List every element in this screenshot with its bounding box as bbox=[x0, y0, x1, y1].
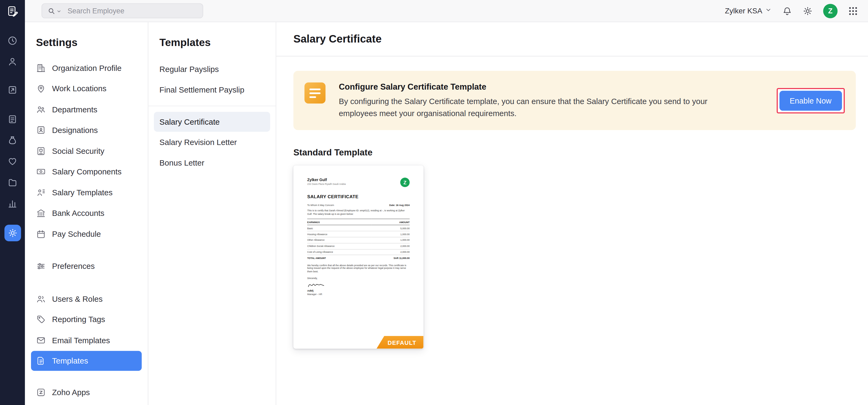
user-avatar[interactable]: Z bbox=[823, 3, 837, 18]
left-rail bbox=[0, 0, 25, 405]
settings-gear-icon[interactable] bbox=[4, 225, 21, 241]
main-body: Configure Salary Certificate Template By… bbox=[276, 57, 868, 348]
banner-title: Configure Salary Certificate Template bbox=[339, 82, 737, 91]
templates-title: Templates bbox=[159, 36, 276, 49]
sidebar-item-pay-schedule[interactable]: Pay Schedule bbox=[25, 224, 148, 245]
sidebar-item-email-templates[interactable]: Email Templates bbox=[25, 330, 148, 351]
doc-signer-title: Manager - HR bbox=[307, 293, 410, 295]
folder-icon[interactable] bbox=[6, 176, 19, 188]
search-scope-caret-icon[interactable] bbox=[55, 6, 62, 16]
certificate-note-icon bbox=[305, 83, 326, 103]
rail-nav bbox=[0, 22, 25, 241]
sidebar-item-salary-templates[interactable]: Salary Templates bbox=[25, 182, 148, 203]
org-name: Zylker KSA bbox=[725, 7, 762, 15]
zoho-icon bbox=[36, 387, 46, 398]
table-header-earnings: EARNINGS bbox=[307, 219, 372, 225]
calendar-icon bbox=[36, 229, 46, 239]
sidebar-item-work-locations[interactable]: Work Locations bbox=[25, 79, 148, 99]
doc-date: Date: 16 Aug 2024 bbox=[389, 204, 410, 206]
page-title: Salary Certificate bbox=[293, 33, 382, 45]
chevron-down-icon bbox=[765, 7, 772, 15]
doc-signer-name: Adkfj bbox=[307, 289, 410, 292]
sidebar-item-social-security[interactable]: Social Security bbox=[25, 141, 148, 162]
notifications-bell-icon[interactable] bbox=[782, 6, 792, 16]
topbar-right: Zylker KSA Z bbox=[725, 3, 868, 18]
org-switcher[interactable]: Zylker KSA bbox=[725, 7, 772, 15]
sidebar-item-preferences[interactable]: Preferences bbox=[25, 256, 148, 277]
table-row: Basic5,000.00 bbox=[307, 225, 410, 231]
apps-grid-icon[interactable] bbox=[848, 6, 858, 16]
sidebar-item-users-roles[interactable]: Users & Roles bbox=[25, 288, 148, 309]
default-badge: DEFAULT bbox=[376, 336, 424, 349]
settings-icon[interactable] bbox=[803, 6, 813, 16]
heart-icon[interactable] bbox=[6, 155, 19, 167]
building-icon bbox=[36, 63, 46, 73]
money-bag-icon[interactable] bbox=[6, 134, 19, 146]
sidebar-item-designations[interactable]: Designations bbox=[25, 120, 148, 141]
sidebar-item-departments[interactable]: Departments bbox=[25, 99, 148, 120]
doc-company-name: Zylker Gulf bbox=[307, 178, 346, 181]
table-total-row: TOTAL AMOUNTSAR 11,000.00 bbox=[307, 255, 410, 261]
document-icon bbox=[36, 355, 46, 365]
nav-spacer bbox=[25, 371, 148, 382]
person-lines-icon bbox=[36, 188, 46, 197]
doc-company-address: 232 Oasis Plaza Riyadh Saudi Arabia bbox=[307, 183, 346, 186]
id-badge-icon bbox=[36, 125, 46, 135]
doc-salutation-row: To Whom It May Concern Date: 16 Aug 2024 bbox=[307, 204, 410, 206]
content-area: Settings Organization Profile Work Locat… bbox=[25, 22, 868, 405]
clock-icon[interactable] bbox=[6, 34, 19, 46]
certificate-document: Zylker Gulf 232 Oasis Plaza Riyadh Saudi… bbox=[293, 165, 424, 295]
settings-list: Organization Profile Work Locations Depa… bbox=[25, 58, 148, 403]
bar-chart-icon[interactable] bbox=[6, 197, 19, 210]
template-item-bonus-letter[interactable]: Bonus Letter bbox=[148, 153, 276, 173]
employee-icon[interactable] bbox=[6, 55, 19, 68]
shield-card-icon bbox=[36, 146, 46, 156]
sidebar-item-templates[interactable]: Templates bbox=[31, 351, 142, 371]
nav-spacer bbox=[25, 244, 148, 256]
tag-icon bbox=[36, 315, 46, 324]
banner-text: Configure Salary Certificate Template By… bbox=[339, 81, 737, 120]
table-row: Other Allowance1,000.00 bbox=[307, 237, 410, 243]
doc-title: SALARY CERTIFICATE bbox=[307, 194, 410, 199]
sidebar-item-organization-profile[interactable]: Organization Profile bbox=[25, 58, 148, 79]
configure-banner: Configure Salary Certificate Template By… bbox=[293, 71, 856, 130]
sliders-icon bbox=[36, 261, 46, 271]
mail-icon bbox=[36, 335, 46, 345]
task-list-icon[interactable] bbox=[6, 113, 19, 125]
search-input[interactable] bbox=[66, 6, 197, 15]
annotation-highlight: Enable Now bbox=[776, 88, 845, 113]
doc-salutation: To Whom It May Concern bbox=[307, 204, 334, 206]
template-item-regular-payslips[interactable]: Regular Payslips bbox=[148, 59, 276, 80]
banknote-icon bbox=[36, 167, 46, 177]
doc-company-logo: Z bbox=[400, 178, 410, 187]
doc-intro: This is to certify that Sarah Ahmed (Emp… bbox=[307, 209, 410, 215]
templates-nav: Templates Regular Payslips Final Settlem… bbox=[148, 22, 276, 405]
template-item-salary-certificate[interactable]: Salary Certificate bbox=[154, 112, 270, 132]
enable-now-button[interactable]: Enable Now bbox=[779, 90, 842, 110]
table-header-amount: AMOUNT bbox=[372, 219, 410, 225]
doc-header: Zylker Gulf 232 Oasis Plaza Riyadh Saudi… bbox=[307, 178, 410, 187]
table-row: Children Social Allowance2,000.00 bbox=[307, 243, 410, 249]
users-icon bbox=[36, 294, 46, 304]
sidebar-item-bank-accounts[interactable]: Bank Accounts bbox=[25, 203, 148, 224]
section-title: Standard Template bbox=[293, 147, 856, 158]
search-box[interactable] bbox=[41, 3, 203, 18]
sidebar-item-zoho-apps[interactable]: Zoho Apps bbox=[25, 382, 148, 403]
template-item-final-settlement-payslip[interactable]: Final Settlement Payslip bbox=[148, 80, 276, 100]
payroll-logo-icon[interactable] bbox=[0, 0, 25, 22]
exit-box-icon[interactable] bbox=[6, 84, 19, 96]
map-pin-icon bbox=[36, 84, 46, 94]
template-item-salary-revision-letter[interactable]: Salary Revision Letter bbox=[148, 132, 276, 153]
banner-body: By configuring the Salary Certificate te… bbox=[339, 95, 737, 120]
nav-spacer bbox=[25, 277, 148, 288]
standard-template-preview-card[interactable]: Zylker Gulf 232 Oasis Plaza Riyadh Saudi… bbox=[293, 165, 424, 349]
main-header: Salary Certificate bbox=[276, 22, 868, 57]
topbar: Zylker KSA Z bbox=[25, 0, 868, 22]
settings-title: Settings bbox=[36, 36, 148, 49]
doc-confirmation: We hereby confirm that all the above det… bbox=[307, 264, 410, 273]
settings-nav: Settings Organization Profile Work Locat… bbox=[25, 22, 148, 405]
sidebar-item-reporting-tags[interactable]: Reporting Tags bbox=[25, 309, 148, 330]
table-row: Housing Allowance1,000.00 bbox=[307, 231, 410, 237]
people-group-icon bbox=[36, 104, 46, 115]
sidebar-item-salary-components[interactable]: Salary Components bbox=[25, 161, 148, 182]
